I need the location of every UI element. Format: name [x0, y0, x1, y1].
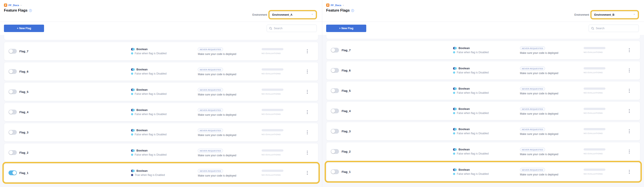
evaluations-label: NO EVALUATIONS	[262, 93, 284, 95]
status-badge: NEVER-REQUESTED	[198, 149, 223, 152]
flag-toggle[interactable]	[8, 89, 17, 94]
flag-toggle[interactable]	[331, 149, 339, 154]
flag-type-label: Boolean	[136, 169, 148, 172]
flag-toggle[interactable]	[331, 169, 339, 174]
variation-text: False when flag is Disabled	[135, 52, 166, 55]
status-badge: NEVER-REQUESTED	[520, 128, 545, 131]
flag-list-area: Flag_7 Boolean False when flag is Disabl…	[0, 35, 322, 187]
row-menu-button[interactable]	[305, 88, 310, 96]
new-flag-button[interactable]: + New Flag	[326, 25, 366, 32]
toggle-knob	[331, 129, 335, 133]
flag-type-cell: Boolean False when flag is Disabled	[131, 128, 166, 136]
flag-toggle[interactable]	[8, 49, 17, 54]
flag-toggle[interactable]	[8, 110, 17, 114]
row-menu-button[interactable]	[627, 107, 632, 115]
flag-name: Flag_3	[342, 130, 350, 133]
evaluations-label: NO EVALUATIONS	[584, 152, 606, 155]
flag-toggle[interactable]	[331, 48, 339, 52]
evaluations-label: NO EVALUATIONS	[584, 92, 606, 94]
status-badge: NEVER-REQUESTED	[198, 68, 223, 72]
flag-toggle[interactable]	[331, 88, 339, 93]
row-menu-button[interactable]	[627, 66, 632, 74]
row-menu-button[interactable]	[627, 168, 632, 176]
environment-selected-value: Environment_B	[594, 13, 614, 16]
flag-row[interactable]: Flag_5 Boolean False when flag is Disabl…	[4, 82, 318, 101]
toggle-knob	[9, 110, 13, 114]
row-menu-button[interactable]	[627, 127, 632, 135]
flag-evaluations-cell: NO EVALUATIONS	[584, 169, 606, 175]
row-menu-button[interactable]	[305, 128, 310, 136]
evaluations-placeholder-bar	[584, 169, 606, 171]
flag-row[interactable]: Flag_6 Boolean False when flag is Disabl…	[4, 62, 318, 81]
breadcrumb[interactable]: FF_Docs ›	[326, 4, 640, 7]
breadcrumb[interactable]: FF_Docs ›	[4, 4, 318, 7]
flag-row[interactable]: Flag_7 Boolean False when flag is Disabl…	[4, 42, 318, 60]
evaluations-placeholder-bar	[262, 170, 284, 172]
flag-name: Flag_7	[342, 48, 350, 52]
variation-dot-icon	[131, 113, 133, 115]
evaluations-label: NO EVALUATIONS	[262, 52, 284, 54]
variation-dot-icon	[453, 132, 455, 134]
flag-list: Flag_7 Boolean False when flag is Disabl…	[4, 42, 318, 182]
environment-select[interactable]: Environment_B ⌄	[592, 11, 638, 18]
row-menu-button[interactable]	[305, 169, 310, 177]
flag-evaluations-cell: NO EVALUATIONS	[262, 68, 284, 75]
info-icon[interactable]: i	[351, 9, 354, 12]
flag-row[interactable]: Flag_4 Boolean False when flag is Disabl…	[4, 103, 318, 122]
flag-toggle[interactable]	[8, 130, 17, 135]
info-icon[interactable]: i	[29, 9, 32, 12]
flag-evaluations-cell: NO EVALUATIONS	[262, 89, 284, 95]
row-menu-button[interactable]	[305, 47, 310, 55]
flag-row[interactable]: Flag_3 Boolean False when flag is Disabl…	[4, 123, 318, 142]
search-box[interactable]	[267, 25, 317, 32]
flag-row[interactable]: Flag_2 Boolean False when flag is Disabl…	[4, 143, 318, 162]
flag-toggle[interactable]	[8, 69, 17, 74]
variation-text: False when flag is Disabled	[457, 152, 488, 155]
row-menu-button[interactable]	[305, 149, 310, 157]
flag-row[interactable]: Flag_6 Boolean False when flag is Disabl…	[326, 61, 640, 80]
row-menu-button[interactable]	[305, 108, 310, 116]
flag-row[interactable]: Flag_2 Boolean False when flag is Disabl…	[326, 142, 640, 161]
breadcrumb-project[interactable]: FF_Docs	[8, 4, 19, 6]
breadcrumb-project[interactable]: FF_Docs	[331, 4, 342, 6]
variation-text: False when flag is Disabled	[457, 172, 488, 176]
flag-row[interactable]: Flag_3 Boolean False when flag is Disabl…	[326, 122, 640, 140]
flag-toggle[interactable]	[331, 68, 339, 73]
panel-header: FF_Docs › Feature Flags i Environment En…	[322, 0, 644, 22]
variation-text: False when flag is Disabled	[457, 132, 488, 135]
toggle-knob	[331, 68, 335, 72]
flag-toggle[interactable]	[8, 170, 17, 175]
boolean-type-icon	[453, 108, 457, 110]
boolean-type-icon	[453, 168, 457, 171]
flag-status-cell: NEVER-REQUESTED Make sure your code is d…	[198, 88, 236, 96]
flag-name: Flag_5	[20, 90, 28, 94]
flag-toggle[interactable]	[331, 108, 339, 113]
flag-toggle[interactable]	[331, 129, 339, 134]
search-box[interactable]	[589, 25, 639, 32]
flag-type-cell: Boolean False when flag is Disabled	[453, 107, 488, 115]
toggle-knob	[331, 48, 335, 52]
evaluations-placeholder-bar	[584, 108, 606, 110]
flag-row[interactable]: Flag_1 Boolean False when flag is Disabl…	[326, 162, 640, 181]
flag-toggle[interactable]	[8, 150, 17, 155]
evaluations-placeholder-bar	[262, 68, 284, 70]
variation-dot-icon	[131, 134, 133, 136]
flag-status-cell: NEVER-REQUESTED Make sure your code is d…	[520, 168, 558, 176]
environment-select[interactable]: Environment_A ⌄	[270, 11, 316, 18]
flag-row[interactable]: Flag_1 Boolean True when flag is Enabled…	[4, 164, 318, 182]
flag-row[interactable]: Flag_4 Boolean False when flag is Disabl…	[326, 102, 640, 120]
flag-row[interactable]: Flag_7 Boolean False when flag is Disabl…	[326, 41, 640, 60]
new-flag-button[interactable]: + New Flag	[4, 25, 44, 32]
flag-row[interactable]: Flag_5 Boolean False when flag is Disabl…	[326, 81, 640, 100]
search-input[interactable]	[596, 27, 635, 30]
evaluations-label: NO EVALUATIONS	[584, 112, 606, 114]
split-view: FF_Docs › Feature Flags i Environment En…	[0, 0, 644, 187]
row-menu-button[interactable]	[627, 87, 632, 95]
row-menu-button[interactable]	[627, 148, 632, 156]
flag-type-label: Boolean	[458, 107, 470, 110]
search-input[interactable]	[274, 27, 313, 30]
row-menu-button[interactable]	[627, 46, 632, 54]
toggle-knob	[9, 49, 13, 53]
row-menu-button[interactable]	[305, 68, 310, 76]
flag-type-cell: Boolean False when flag is Disabled	[131, 88, 166, 96]
